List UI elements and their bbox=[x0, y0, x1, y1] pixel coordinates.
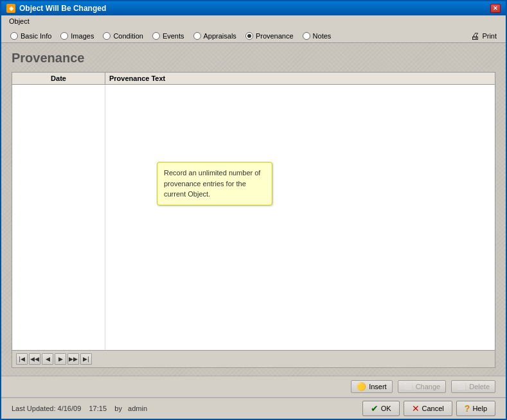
section-title: Provenance bbox=[12, 51, 495, 66]
status-info: Last Updated: 4/16/09 17:15 by admin bbox=[12, 405, 147, 412]
tab-appraisals-label: Appraisals bbox=[204, 32, 236, 40]
last-updated-label: Last Updated: bbox=[12, 405, 56, 412]
footer-buttons: ✔ OK ✕ Cancel ? Help bbox=[362, 401, 495, 416]
radio-provenance[interactable] bbox=[245, 32, 253, 40]
tooltip-box: Record an unlimited number of provenance… bbox=[157, 162, 272, 206]
menu-object[interactable]: Object bbox=[6, 17, 32, 26]
insert-label: Insert bbox=[369, 383, 387, 390]
action-bar: 🟡 Insert ⬜ Change ⬜ Delete bbox=[1, 376, 506, 397]
title-controls: ✕ bbox=[490, 4, 501, 13]
print-label: Print bbox=[482, 32, 497, 40]
tab-bar: Basic Info Images Condition Events Appra… bbox=[1, 27, 506, 43]
tab-images[interactable]: Images bbox=[57, 31, 98, 41]
tab-images-label: Images bbox=[71, 32, 94, 40]
nav-last-button[interactable]: ▶| bbox=[80, 353, 92, 365]
window-title: Object Will Be Changed bbox=[19, 4, 106, 13]
ok-icon: ✔ bbox=[371, 403, 378, 414]
menu-bar: Object bbox=[1, 15, 506, 27]
nav-next-many-button[interactable]: ▶▶ bbox=[67, 353, 79, 365]
radio-notes[interactable] bbox=[303, 32, 310, 40]
tab-condition[interactable]: Condition bbox=[99, 31, 147, 41]
delete-icon: ⬜ bbox=[457, 382, 467, 391]
nav-prev-many-button[interactable]: ◀◀ bbox=[29, 353, 40, 365]
tab-provenance-label: Provenance bbox=[256, 32, 294, 40]
print-button[interactable]: 🖨 Print bbox=[467, 30, 501, 42]
status-time: 17:15 bbox=[89, 405, 107, 412]
status-date: 4/16/09 bbox=[58, 405, 82, 412]
radio-condition[interactable] bbox=[103, 32, 111, 40]
radio-basic-info[interactable] bbox=[10, 32, 18, 40]
provenance-table: Date Provenance Text Record an unlimited… bbox=[12, 72, 495, 368]
radio-images[interactable] bbox=[60, 32, 68, 40]
tab-events[interactable]: Events bbox=[148, 31, 188, 41]
tab-appraisals[interactable]: Appraisals bbox=[190, 31, 240, 41]
status-user: admin bbox=[128, 405, 147, 412]
tab-provenance[interactable]: Provenance bbox=[242, 31, 298, 41]
tab-notes-label: Notes bbox=[313, 32, 332, 40]
tooltip-text: Record an unlimited number of provenance… bbox=[164, 169, 260, 198]
help-label: Help bbox=[472, 405, 487, 412]
help-icon: ? bbox=[465, 403, 470, 414]
col-date-header: Date bbox=[12, 73, 105, 84]
delete-button[interactable]: ⬜ Delete bbox=[451, 380, 495, 393]
tab-condition-label: Condition bbox=[113, 32, 143, 40]
by-label: by bbox=[114, 405, 122, 412]
change-button[interactable]: ⬜ Change bbox=[398, 380, 447, 393]
nav-prev-button[interactable]: ◀ bbox=[42, 353, 53, 365]
col-provenance-header: Provenance Text bbox=[105, 73, 495, 84]
change-icon: ⬜ bbox=[404, 382, 413, 391]
main-window: ◆ Object Will Be Changed ✕ Object Basic … bbox=[0, 0, 507, 420]
radio-appraisals[interactable] bbox=[193, 32, 201, 40]
table-header: Date Provenance Text bbox=[12, 73, 495, 85]
ok-button[interactable]: ✔ OK bbox=[362, 401, 400, 416]
status-bar: Last Updated: 4/16/09 17:15 by admin ✔ O… bbox=[1, 398, 506, 419]
date-column bbox=[12, 85, 105, 350]
close-button[interactable]: ✕ bbox=[490, 4, 501, 13]
help-button[interactable]: ? Help bbox=[456, 401, 495, 416]
change-label: Change bbox=[416, 383, 441, 390]
tab-events-label: Events bbox=[163, 32, 184, 40]
tab-basic-info[interactable]: Basic Info bbox=[6, 31, 55, 41]
delete-label: Delete bbox=[469, 383, 490, 390]
content-area: Provenance Date Provenance Text Record a… bbox=[1, 43, 506, 376]
provenance-column: Record an unlimited number of provenance… bbox=[105, 85, 495, 350]
cancel-label: Cancel bbox=[422, 405, 444, 412]
tab-notes[interactable]: Notes bbox=[299, 31, 335, 41]
table-body: Record an unlimited number of provenance… bbox=[12, 85, 495, 350]
cancel-button[interactable]: ✕ Cancel bbox=[404, 401, 452, 416]
tab-basic-info-label: Basic Info bbox=[21, 32, 51, 40]
nav-next-button[interactable]: ▶ bbox=[55, 353, 66, 365]
cancel-icon: ✕ bbox=[412, 403, 420, 414]
title-bar-left: ◆ Object Will Be Changed bbox=[6, 4, 106, 13]
radio-events[interactable] bbox=[152, 32, 160, 40]
print-icon: 🖨 bbox=[470, 31, 479, 41]
insert-icon: 🟡 bbox=[357, 382, 366, 391]
insert-button[interactable]: 🟡 Insert bbox=[351, 380, 393, 393]
nav-bar: |◀ ◀◀ ◀ ▶ ▶▶ ▶| bbox=[12, 350, 495, 367]
title-bar: ◆ Object Will Be Changed ✕ bbox=[1, 1, 506, 15]
window-icon: ◆ bbox=[6, 4, 15, 13]
ok-label: OK bbox=[381, 405, 391, 412]
nav-first-button[interactable]: |◀ bbox=[16, 353, 28, 365]
